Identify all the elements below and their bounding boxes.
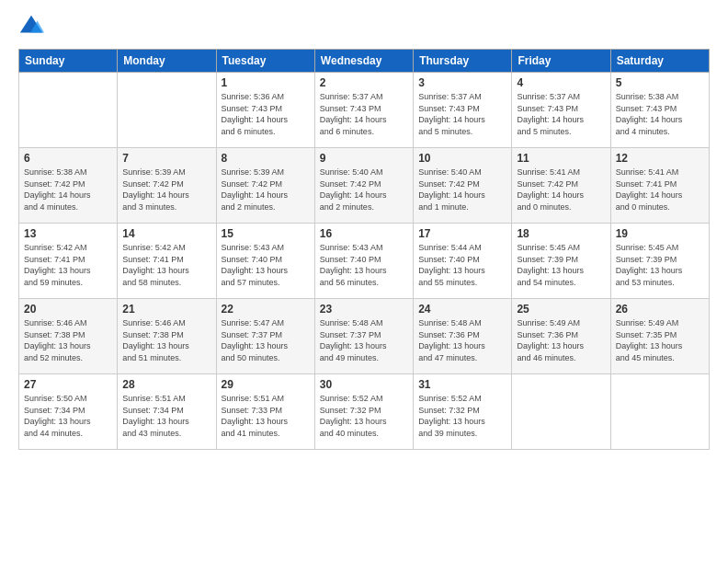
day-info: Sunrise: 5:45 AM Sunset: 7:39 PM Dayligh… — [616, 242, 704, 288]
day-info: Sunrise: 5:49 AM Sunset: 7:36 PM Dayligh… — [517, 317, 605, 363]
calendar-cell: 22Sunrise: 5:47 AM Sunset: 7:37 PM Dayli… — [216, 299, 314, 374]
day-number: 13 — [24, 227, 112, 240]
calendar-cell: 13Sunrise: 5:42 AM Sunset: 7:41 PM Dayli… — [19, 224, 118, 299]
day-number: 10 — [418, 152, 506, 165]
day-number: 8 — [222, 152, 310, 165]
calendar-cell: 2Sunrise: 5:37 AM Sunset: 7:43 PM Daylig… — [314, 73, 413, 148]
weekday-header-row: Sunday Monday Tuesday Wednesday Thursday… — [19, 50, 710, 73]
calendar: Sunday Monday Tuesday Wednesday Thursday… — [18, 49, 710, 450]
calendar-cell: 21Sunrise: 5:46 AM Sunset: 7:38 PM Dayli… — [118, 299, 216, 374]
calendar-cell — [610, 374, 709, 450]
calendar-cell: 20Sunrise: 5:46 AM Sunset: 7:38 PM Dayli… — [19, 299, 118, 374]
header-tuesday: Tuesday — [216, 50, 314, 73]
day-info: Sunrise: 5:40 AM Sunset: 7:42 PM Dayligh… — [418, 167, 506, 213]
calendar-cell: 23Sunrise: 5:48 AM Sunset: 7:37 PM Dayli… — [314, 299, 413, 374]
calendar-cell: 14Sunrise: 5:42 AM Sunset: 7:41 PM Dayli… — [118, 224, 216, 299]
day-number: 29 — [222, 378, 310, 391]
calendar-cell: 17Sunrise: 5:44 AM Sunset: 7:40 PM Dayli… — [414, 224, 512, 299]
header-wednesday: Wednesday — [314, 50, 413, 73]
header-thursday: Thursday — [414, 50, 512, 73]
calendar-cell: 26Sunrise: 5:49 AM Sunset: 7:35 PM Dayli… — [610, 299, 709, 374]
day-number: 2 — [320, 76, 408, 89]
day-info: Sunrise: 5:42 AM Sunset: 7:41 PM Dayligh… — [24, 242, 112, 288]
calendar-cell: 8Sunrise: 5:39 AM Sunset: 7:42 PM Daylig… — [216, 148, 314, 224]
day-number: 15 — [222, 227, 310, 240]
header-monday: Monday — [118, 50, 216, 73]
calendar-cell: 10Sunrise: 5:40 AM Sunset: 7:42 PM Dayli… — [414, 148, 512, 224]
header-friday: Friday — [512, 50, 610, 73]
calendar-cell — [19, 73, 118, 148]
day-number: 5 — [616, 76, 704, 89]
day-info: Sunrise: 5:43 AM Sunset: 7:40 PM Dayligh… — [222, 242, 310, 288]
day-info: Sunrise: 5:51 AM Sunset: 7:33 PM Dayligh… — [222, 393, 310, 439]
header-sunday: Sunday — [19, 50, 118, 73]
day-number: 6 — [24, 152, 112, 165]
day-info: Sunrise: 5:46 AM Sunset: 7:38 PM Dayligh… — [122, 317, 210, 363]
day-number: 18 — [517, 227, 605, 240]
calendar-cell: 6Sunrise: 5:38 AM Sunset: 7:42 PM Daylig… — [19, 148, 118, 224]
day-info: Sunrise: 5:37 AM Sunset: 7:43 PM Dayligh… — [320, 91, 408, 137]
day-info: Sunrise: 5:48 AM Sunset: 7:37 PM Dayligh… — [320, 317, 408, 363]
calendar-cell — [512, 374, 610, 450]
day-number: 1 — [222, 76, 310, 89]
day-number: 7 — [122, 152, 210, 165]
day-info: Sunrise: 5:52 AM Sunset: 7:32 PM Dayligh… — [320, 393, 408, 439]
day-number: 20 — [24, 303, 112, 316]
calendar-cell: 3Sunrise: 5:37 AM Sunset: 7:43 PM Daylig… — [414, 73, 512, 148]
calendar-cell: 28Sunrise: 5:51 AM Sunset: 7:34 PM Dayli… — [118, 374, 216, 450]
day-number: 3 — [418, 76, 506, 89]
day-info: Sunrise: 5:39 AM Sunset: 7:42 PM Dayligh… — [222, 167, 310, 213]
day-info: Sunrise: 5:41 AM Sunset: 7:42 PM Dayligh… — [517, 167, 605, 213]
day-number: 28 — [122, 378, 210, 391]
calendar-week-4: 20Sunrise: 5:46 AM Sunset: 7:38 PM Dayli… — [19, 299, 710, 374]
day-number: 25 — [517, 303, 605, 316]
calendar-cell: 24Sunrise: 5:48 AM Sunset: 7:36 PM Dayli… — [414, 299, 512, 374]
calendar-cell: 27Sunrise: 5:50 AM Sunset: 7:34 PM Dayli… — [19, 374, 118, 450]
day-info: Sunrise: 5:43 AM Sunset: 7:40 PM Dayligh… — [320, 242, 408, 288]
day-number: 26 — [616, 303, 704, 316]
calendar-cell: 1Sunrise: 5:36 AM Sunset: 7:43 PM Daylig… — [216, 73, 314, 148]
calendar-cell: 31Sunrise: 5:52 AM Sunset: 7:32 PM Dayli… — [414, 374, 512, 450]
calendar-cell: 18Sunrise: 5:45 AM Sunset: 7:39 PM Dayli… — [512, 224, 610, 299]
day-info: Sunrise: 5:44 AM Sunset: 7:40 PM Dayligh… — [418, 242, 506, 288]
calendar-cell: 25Sunrise: 5:49 AM Sunset: 7:36 PM Dayli… — [512, 299, 610, 374]
calendar-week-3: 13Sunrise: 5:42 AM Sunset: 7:41 PM Dayli… — [19, 224, 710, 299]
day-info: Sunrise: 5:42 AM Sunset: 7:41 PM Dayligh… — [122, 242, 210, 288]
calendar-week-5: 27Sunrise: 5:50 AM Sunset: 7:34 PM Dayli… — [19, 374, 710, 450]
page: Sunday Monday Tuesday Wednesday Thursday… — [0, 0, 728, 563]
day-number: 24 — [418, 303, 506, 316]
header — [18, 14, 710, 40]
day-info: Sunrise: 5:36 AM Sunset: 7:43 PM Dayligh… — [222, 91, 310, 137]
day-number: 19 — [616, 227, 704, 240]
day-number: 23 — [320, 303, 408, 316]
calendar-cell: 9Sunrise: 5:40 AM Sunset: 7:42 PM Daylig… — [314, 148, 413, 224]
day-number: 22 — [222, 303, 310, 316]
day-number: 17 — [418, 227, 506, 240]
calendar-cell: 5Sunrise: 5:38 AM Sunset: 7:43 PM Daylig… — [610, 73, 709, 148]
day-info: Sunrise: 5:45 AM Sunset: 7:39 PM Dayligh… — [517, 242, 605, 288]
day-info: Sunrise: 5:49 AM Sunset: 7:35 PM Dayligh… — [616, 317, 704, 363]
day-number: 30 — [320, 378, 408, 391]
day-number: 14 — [122, 227, 210, 240]
day-info: Sunrise: 5:38 AM Sunset: 7:42 PM Dayligh… — [24, 167, 112, 213]
day-number: 12 — [616, 152, 704, 165]
calendar-cell: 7Sunrise: 5:39 AM Sunset: 7:42 PM Daylig… — [118, 148, 216, 224]
day-number: 31 — [418, 378, 506, 391]
logo — [18, 14, 48, 40]
day-info: Sunrise: 5:37 AM Sunset: 7:43 PM Dayligh… — [418, 91, 506, 137]
day-number: 9 — [320, 152, 408, 165]
day-info: Sunrise: 5:46 AM Sunset: 7:38 PM Dayligh… — [24, 317, 112, 363]
day-number: 11 — [517, 152, 605, 165]
calendar-week-1: 1Sunrise: 5:36 AM Sunset: 7:43 PM Daylig… — [19, 73, 710, 148]
day-info: Sunrise: 5:51 AM Sunset: 7:34 PM Dayligh… — [122, 393, 210, 439]
day-info: Sunrise: 5:50 AM Sunset: 7:34 PM Dayligh… — [24, 393, 112, 439]
calendar-cell: 29Sunrise: 5:51 AM Sunset: 7:33 PM Dayli… — [216, 374, 314, 450]
header-saturday: Saturday — [610, 50, 709, 73]
calendar-week-2: 6Sunrise: 5:38 AM Sunset: 7:42 PM Daylig… — [19, 148, 710, 224]
day-info: Sunrise: 5:38 AM Sunset: 7:43 PM Dayligh… — [616, 91, 704, 137]
day-info: Sunrise: 5:47 AM Sunset: 7:37 PM Dayligh… — [222, 317, 310, 363]
day-info: Sunrise: 5:40 AM Sunset: 7:42 PM Dayligh… — [320, 167, 408, 213]
day-number: 27 — [24, 378, 112, 391]
day-number: 21 — [122, 303, 210, 316]
calendar-cell: 30Sunrise: 5:52 AM Sunset: 7:32 PM Dayli… — [314, 374, 413, 450]
